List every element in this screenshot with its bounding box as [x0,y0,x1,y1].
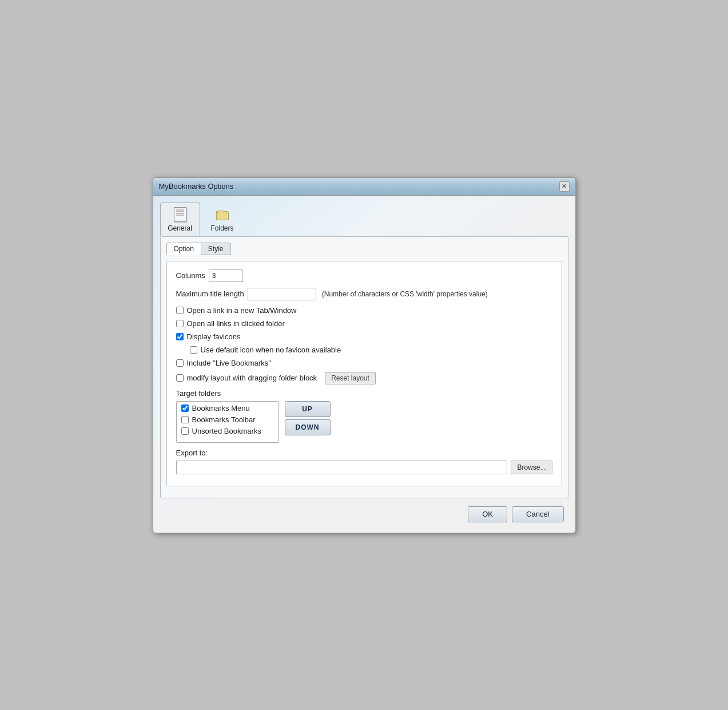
up-down-buttons-container: UP DOWN [285,401,331,435]
all-links-label: Open all links in clicked folder [187,319,285,328]
reset-layout-button[interactable]: Reset layout [325,372,376,384]
export-section: Export to: Browse... [176,449,552,474]
folder-bookmarks-menu-checkbox[interactable] [181,404,189,412]
cancel-button[interactable]: Cancel [512,506,563,522]
new-tab-label: Open a link in a new Tab/Window [187,306,297,315]
live-bookmarks-checkbox[interactable] [176,359,184,367]
tab-style-label: Style [208,245,224,253]
top-tabs-container: General Folders [158,200,571,236]
max-title-row: Maximum title length (Number of characte… [176,288,552,300]
max-title-input[interactable] [248,288,316,300]
export-input[interactable] [176,461,508,474]
options-content-box: Colunms Maximum title length (Number of … [166,261,562,486]
new-tab-checkbox[interactable] [176,307,184,314]
close-button[interactable]: ✕ [559,181,570,192]
tab-option-label: Option [174,245,194,253]
tab-general[interactable]: General [160,203,200,236]
columns-row: Colunms [176,269,552,282]
export-row: Browse... [176,461,552,474]
default-icon-label: Use default icon when no favicon availab… [201,346,341,354]
tab-option[interactable]: Option [166,243,201,255]
folder-bookmarks-toolbar-label: Bookmarks Toolbar [192,415,256,424]
live-bookmarks-label: Include "Live Bookmarks" [187,359,271,367]
columns-label: Colunms [176,271,205,280]
columns-input[interactable] [209,269,243,282]
folder-bookmarks-toolbar-row: Bookmarks Toolbar [181,415,274,424]
folder-bookmarks-toolbar-checkbox[interactable] [181,416,189,423]
favicons-row: Display favicons [176,332,552,341]
export-label: Export to: [176,449,552,457]
tab-general-label: General [168,224,192,232]
max-title-hint: (Number of characters or CSS 'width' pro… [322,290,488,298]
general-icon [173,207,187,223]
target-folders-list: Bookmarks Menu Bookmarks Toolbar Unsorte… [176,401,279,443]
default-icon-checkbox[interactable] [190,346,197,354]
footer: OK Cancel [158,503,571,528]
folder-bookmarks-menu-label: Bookmarks Menu [192,404,250,412]
max-title-label: Maximum title length [176,289,244,298]
favicons-label: Display favicons [187,332,241,341]
folder-unsorted-bookmarks-row: Unsorted Bookmarks [181,427,274,435]
window-body: General Folders Option Style [153,196,575,533]
window-title: MyBookmarks Options [159,182,234,191]
folder-unsorted-bookmarks-checkbox[interactable] [181,427,189,435]
title-bar: MyBookmarks Options ✕ [153,178,575,196]
folder-bookmarks-menu-row: Bookmarks Menu [181,404,274,412]
folder-unsorted-bookmarks-label: Unsorted Bookmarks [192,427,261,435]
new-tab-row: Open a link in a new Tab/Window [176,306,552,315]
favicons-checkbox[interactable] [176,333,184,340]
all-links-checkbox[interactable] [176,320,184,327]
modify-layout-row: modify layout with dragging folder block… [176,372,552,384]
down-button[interactable]: DOWN [285,419,331,435]
inner-panel: Option Style Colunms Maximum title lengt… [160,236,568,498]
target-folders-label: Target folders [176,389,552,398]
tab-folders[interactable]: Folders [202,203,242,236]
mybookmarks-options-window: MyBookmarks Options ✕ General Folders [153,177,576,533]
ok-button[interactable]: OK [468,506,507,522]
default-icon-row: Use default icon when no favicon availab… [190,346,552,354]
browse-button[interactable]: Browse... [511,461,552,474]
tab-folders-label: Folders [210,224,233,232]
folders-icon [216,207,229,223]
modify-layout-label: modify layout with dragging folder block [187,374,317,382]
live-bookmarks-row: Include "Live Bookmarks" [176,359,552,367]
tab-style[interactable]: Style [201,243,231,255]
target-folders-container: Bookmarks Menu Bookmarks Toolbar Unsorte… [176,401,552,443]
modify-layout-checkbox[interactable] [176,374,184,382]
up-button[interactable]: UP [285,401,331,417]
all-links-row: Open all links in clicked folder [176,319,552,328]
inner-tabs-container: Option Style [166,243,562,255]
